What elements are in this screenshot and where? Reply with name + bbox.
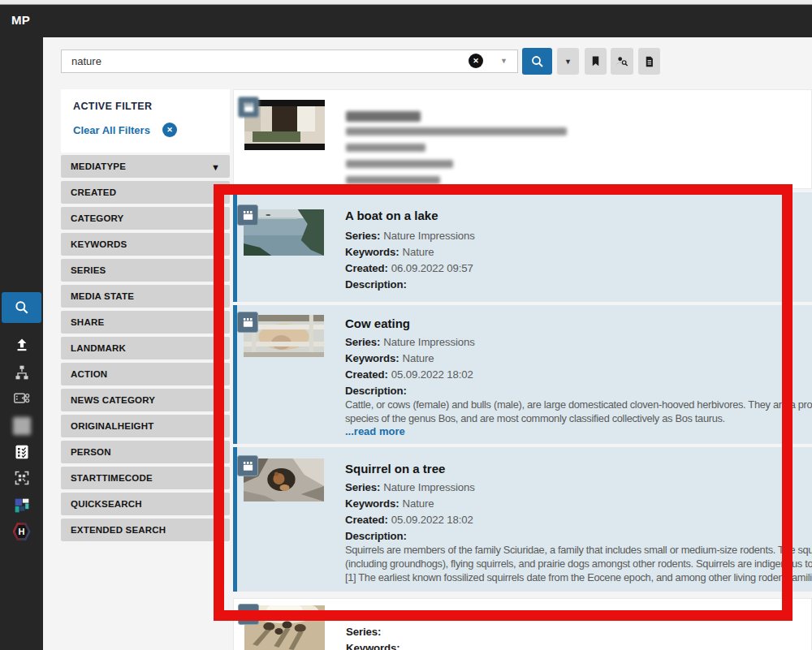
filter-group-action[interactable]: ACTION xyxy=(61,363,230,385)
clear-all-filters-icon[interactable] xyxy=(162,123,177,137)
description-label: Description: xyxy=(345,530,407,542)
result-row-squirrel[interactable]: Squirrel on a tree Series:Nature Impress… xyxy=(233,447,812,592)
filter-group-keywords[interactable]: KEYWORDS xyxy=(61,233,230,256)
sidebar-item-upload[interactable] xyxy=(0,331,43,359)
chevron-down-icon xyxy=(214,341,220,355)
chevron-down-icon xyxy=(214,393,220,407)
chevron-down-icon xyxy=(214,367,220,381)
chevron-down-icon xyxy=(214,211,220,226)
chevron-down-icon xyxy=(214,497,220,511)
search-button[interactable] xyxy=(522,48,552,75)
keywords-line: Keywords: xyxy=(346,642,404,650)
filter-group-extended-search[interactable]: EXTENDED SEARCH xyxy=(61,519,230,541)
description-text: [1] The earliest known fossilized squirr… xyxy=(345,571,812,583)
sidebar-item-h-logo[interactable]: H xyxy=(0,518,43,545)
chevron-down-icon xyxy=(214,419,220,433)
search-input[interactable] xyxy=(61,50,518,73)
clear-search-icon[interactable] xyxy=(469,54,483,68)
mosaic-icon xyxy=(14,497,30,514)
filter-group-starttimecode[interactable]: STARTTIMECODE xyxy=(61,467,230,489)
result-row-redacted[interactable]: Media State: Category: 00:00:30 xyxy=(233,89,812,189)
filter-group-category[interactable]: CATEGORY xyxy=(61,207,230,230)
filter-group-series[interactable]: SERIES xyxy=(61,259,230,282)
chevron-down-icon xyxy=(214,185,220,200)
description-label: Description: xyxy=(345,385,407,397)
description-label: Description: xyxy=(345,278,407,291)
filter-group-share[interactable]: SHARE xyxy=(61,311,230,334)
filter-group-mediatype[interactable]: MEDIATYPE xyxy=(61,155,230,178)
filter-group-news-category[interactable]: NEWS CATEGORY xyxy=(61,389,230,411)
description-text: species of the genus Bos, and are most c… xyxy=(345,412,812,424)
created-line: Created:05.09.2022 18:02 xyxy=(345,368,473,381)
search-icon xyxy=(14,299,30,316)
chevron-down-icon xyxy=(214,237,220,252)
series-line: Series:Nature Impressions xyxy=(345,481,475,493)
checklist-icon xyxy=(14,444,30,460)
created-line: Created:05.09.2022 18:02 xyxy=(345,514,473,526)
hexagon-h-icon: H xyxy=(13,523,31,540)
description-text: Squirrels are members of the family Sciu… xyxy=(345,544,812,556)
active-filter-title: ACTIVE FILTER xyxy=(73,101,152,112)
sidebar-item-redacted[interactable] xyxy=(0,412,43,440)
sidebar-item-media-editing[interactable] xyxy=(0,385,43,412)
filter-groups: MEDIATYPE CREATED CATEGORY KEYWORDS SERI… xyxy=(61,155,230,545)
chevron-down-icon xyxy=(214,315,220,329)
media-type-film-icon xyxy=(237,204,258,226)
search-history-caret-icon[interactable] xyxy=(500,57,508,65)
workflow-icon xyxy=(14,364,30,381)
result-row-cow[interactable]: Cow eating Series:Nature Impressions Key… xyxy=(233,305,812,444)
document-icon xyxy=(643,55,655,68)
sidebar-item-collections[interactable] xyxy=(0,492,43,519)
redacted-created-line xyxy=(346,160,453,168)
search-options-dropdown-button[interactable] xyxy=(557,48,579,75)
result-title: Cow eating xyxy=(345,316,410,330)
chevron-down-icon xyxy=(214,289,220,303)
filter-group-media-state[interactable]: MEDIA STATE xyxy=(61,285,230,308)
filter-group-created[interactable]: CREATED xyxy=(61,181,230,204)
result-row-boat[interactable]: A boat on a lake Series:Nature Impressio… xyxy=(233,192,812,302)
media-type-film-icon xyxy=(237,312,258,333)
redacted-icon xyxy=(13,417,31,435)
media-cut-icon xyxy=(13,390,31,407)
created-line: Created:06.09.2022 09:57 xyxy=(345,262,473,274)
series-line: Series:Nature Impressions xyxy=(345,336,475,348)
search-icon xyxy=(530,54,545,69)
chevron-down-icon xyxy=(214,445,220,459)
user-search-icon xyxy=(615,54,628,69)
filter-group-landmark[interactable]: LANDMARK xyxy=(61,337,230,359)
redacted-keywords-line xyxy=(346,144,425,152)
chevron-down-icon xyxy=(211,159,220,174)
media-type-film-icon xyxy=(237,455,258,476)
sidebar-item-workflow[interactable] xyxy=(0,359,43,386)
series-line: Series:Nature Impressions xyxy=(345,230,475,242)
top-bar: MP xyxy=(0,5,812,37)
result-title: A boat on a lake xyxy=(345,209,438,222)
media-portal-app: { "header": { "logo": "MP" }, "search": … xyxy=(0,0,812,650)
sidebar-item-tasks[interactable] xyxy=(0,438,43,466)
filter-group-person[interactable]: PERSON xyxy=(61,441,230,463)
keywords-line: Keywords:Nature xyxy=(345,246,434,258)
chevron-down-icon xyxy=(214,471,220,485)
read-more-link[interactable]: ...read more xyxy=(345,425,405,437)
bookmark-button[interactable] xyxy=(585,48,607,75)
user-search-button[interactable] xyxy=(611,48,633,75)
result-row-partial[interactable]: Series: Keywords: Media State: Category:… xyxy=(233,598,812,650)
keywords-line: Keywords:Nature xyxy=(345,352,434,364)
sidebar-item-qr-scan[interactable] xyxy=(0,464,43,492)
document-button[interactable] xyxy=(638,48,660,75)
keywords-line: Keywords:Nature xyxy=(345,497,434,510)
bookmark-icon xyxy=(590,55,602,67)
redacted-title xyxy=(346,111,421,122)
filter-group-quicksearch[interactable]: QUICKSEARCH xyxy=(61,493,230,515)
chevron-down-icon xyxy=(214,263,220,278)
series-line: Series: xyxy=(346,626,384,638)
redacted-description-line xyxy=(346,176,440,184)
sidebar: H xyxy=(0,37,43,650)
media-type-film-icon xyxy=(238,604,259,625)
clear-all-filters-link[interactable]: Clear All Filters xyxy=(73,124,150,136)
sidebar-item-search[interactable] xyxy=(2,292,41,323)
media-type-film-icon xyxy=(238,97,259,118)
filter-group-originalheight[interactable]: ORIGINALHEIGHT xyxy=(61,415,230,437)
active-filter-panel: ACTIVE FILTER Clear All Filters xyxy=(61,89,230,153)
app-logo: MP xyxy=(11,13,30,27)
